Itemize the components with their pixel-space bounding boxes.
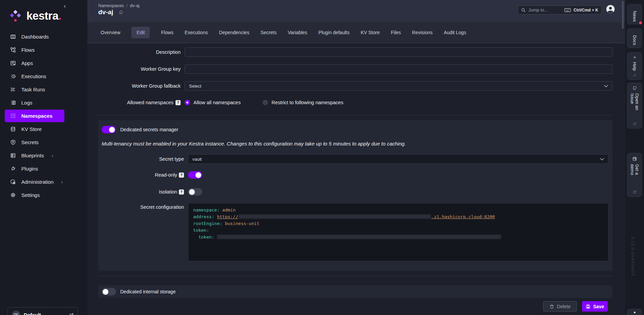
rail-item-label: Get a demo bbox=[630, 164, 639, 187]
divider bbox=[98, 115, 612, 115]
tab-plugin-defaults[interactable]: Plugin defaults bbox=[318, 30, 350, 35]
jump-to-search[interactable]: Jump to... Ctrl/Cmd + K bbox=[518, 5, 602, 15]
sidebar-item-task-runs[interactable]: Task Runs bbox=[5, 83, 64, 96]
rail-item-docs[interactable]: Docs bbox=[627, 28, 642, 48]
sidebar-item-flows[interactable]: Flows bbox=[5, 44, 64, 56]
tab-edit[interactable]: Edit bbox=[131, 27, 150, 38]
worker-group-key-input[interactable] bbox=[185, 64, 612, 74]
tab-files[interactable]: Files bbox=[391, 30, 401, 35]
help-badge[interactable]: ? bbox=[179, 189, 184, 195]
sidebar-item-logs[interactable]: Logs bbox=[5, 96, 64, 109]
rail-item-open-an-issue[interactable]: Open an Issue bbox=[627, 83, 642, 129]
external-link-icon bbox=[633, 122, 637, 126]
sidebar-item-namespaces[interactable]: Namespaces bbox=[5, 110, 64, 122]
tab-kv-store[interactable]: KV Store bbox=[361, 30, 380, 35]
scrollbar-thumb[interactable] bbox=[622, 1, 624, 29]
secrets-manager-panel: Dedicated secrets manager Multi-tenancy … bbox=[98, 120, 612, 271]
collapse-sidebar-icon[interactable]: ‹ bbox=[64, 3, 66, 9]
worker-group-fallback-select[interactable]: Select bbox=[185, 81, 612, 91]
tab-variables[interactable]: Variables bbox=[288, 30, 307, 35]
namespace-tabs: Overview Edit Flows Executions Dependenc… bbox=[87, 22, 625, 43]
sidebar: ‹ kestra. Dashboards Flows Apps bbox=[0, 0, 87, 315]
secret-type-row: Secret type vault bbox=[102, 154, 608, 164]
tab-secrets[interactable]: Secrets bbox=[261, 30, 276, 35]
notification-dot bbox=[638, 21, 643, 25]
trash-icon bbox=[549, 304, 554, 309]
delete-button[interactable]: Delete bbox=[543, 301, 577, 312]
tab-audit-logs[interactable]: Audit Logs bbox=[444, 30, 466, 35]
read-only-label: Read-only bbox=[155, 172, 177, 178]
read-only-toggle[interactable] bbox=[188, 171, 202, 179]
topbar: Namespaces / dv-aj dv-aj ☆ Jump to... Ct… bbox=[87, 0, 625, 43]
radio-allow-all-label[interactable]: Allow all namespaces bbox=[193, 100, 241, 105]
slack-icon bbox=[632, 56, 637, 59]
sidebar-item-label: Logs bbox=[21, 100, 33, 106]
tab-overview[interactable]: Overview bbox=[101, 30, 120, 35]
help-badge[interactable]: ? bbox=[179, 173, 184, 178]
radio-allow-all-namespaces[interactable] bbox=[185, 100, 190, 105]
save-icon bbox=[586, 304, 590, 309]
secret-type-select[interactable]: vault bbox=[188, 154, 608, 164]
internal-storage-toggle[interactable] bbox=[102, 288, 116, 295]
worker-group-fallback-row: Worker Group fallback Select bbox=[87, 81, 612, 91]
apps-icon bbox=[10, 60, 16, 66]
rail-item-news[interactable]: News bbox=[627, 4, 642, 24]
secret-type-label: Secret type bbox=[102, 156, 184, 162]
secret-configuration-editor[interactable]: namespace: admin address: https://.z1.ha… bbox=[188, 203, 608, 261]
rail-item-get-a-demo[interactable]: Get a demo bbox=[627, 153, 642, 197]
help-badge[interactable]: ? bbox=[175, 100, 181, 105]
tenant-avatar: DE bbox=[12, 311, 20, 315]
tab-revisions[interactable]: Revisions bbox=[412, 30, 433, 35]
user-avatar-icon[interactable] bbox=[606, 4, 615, 14]
sidebar-item-label: Apps bbox=[21, 60, 33, 66]
search-placeholder: Jump to... bbox=[528, 7, 562, 13]
sidebar-item-secrets[interactable]: Secrets bbox=[5, 136, 64, 149]
save-button[interactable]: Save bbox=[582, 301, 608, 312]
read-only-row: Read-only ? bbox=[102, 171, 608, 179]
sidebar-item-settings[interactable]: Settings bbox=[5, 189, 64, 201]
blueprints-icon bbox=[10, 153, 16, 158]
search-shortcut: Ctrl/Cmd + K bbox=[574, 8, 598, 13]
breadcrumb[interactable]: Namespaces / dv-aj bbox=[98, 3, 140, 8]
radio-restrict-label[interactable]: Restrict to following namespaces bbox=[271, 100, 343, 105]
internal-storage-toggle-label: Dedicated internal storage bbox=[120, 289, 175, 294]
multi-tenancy-notice: Multi-tenancy must be enabled in your Ke… bbox=[102, 141, 406, 147]
sidebar-item-blueprints[interactable]: Blueprints › bbox=[5, 149, 64, 162]
app-window: ‹ kestra. Dashboards Flows Apps bbox=[0, 0, 644, 315]
sidebar-item-label: Settings bbox=[21, 192, 40, 198]
kv-store-icon bbox=[10, 126, 16, 132]
tenant-switcher[interactable]: DE Default ⇄ bbox=[7, 307, 78, 315]
tab-dependencies[interactable]: Dependencies bbox=[219, 30, 250, 35]
external-link-icon bbox=[633, 190, 637, 194]
rail-item-label: News bbox=[632, 11, 637, 22]
tab-executions[interactable]: Executions bbox=[185, 30, 208, 35]
isolation-toggle[interactable] bbox=[188, 188, 202, 196]
sidebar-item-label: Administration bbox=[21, 179, 54, 185]
internal-storage-panel: Dedicated internal storage bbox=[98, 285, 612, 298]
breadcrumb-root[interactable]: Namespaces bbox=[98, 3, 124, 8]
sidebar-item-kv-store[interactable]: KV Store bbox=[5, 123, 64, 135]
sidebar-item-executions[interactable]: Executions bbox=[5, 70, 64, 83]
worker-group-fallback-label: Worker Group fallback bbox=[87, 83, 181, 89]
secrets-icon bbox=[10, 139, 16, 145]
secrets-manager-toggle-label: Dedicated secrets manager bbox=[120, 127, 178, 132]
sidebar-item-label: Task Runs bbox=[21, 87, 45, 92]
github-icon bbox=[632, 86, 637, 90]
sidebar-item-dashboards[interactable]: Dashboards bbox=[5, 30, 64, 43]
sidebar-item-administration[interactable]: Administration › bbox=[5, 176, 64, 188]
external-link-icon bbox=[633, 74, 637, 77]
secrets-manager-toggle[interactable] bbox=[102, 126, 116, 133]
right-rail: News Docs Help Open an Issue Get a demo … bbox=[625, 0, 644, 315]
sidebar-item-plugins[interactable]: Plugins bbox=[5, 162, 64, 175]
description-input[interactable] bbox=[185, 47, 612, 57]
kestra-logo[interactable]: kestra. bbox=[9, 8, 61, 24]
tab-flows[interactable]: Flows bbox=[161, 30, 173, 35]
redacted-value bbox=[238, 214, 431, 219]
rail-item-label: Docs bbox=[632, 35, 637, 45]
rail-item-help[interactable]: Help bbox=[627, 52, 642, 80]
radio-restrict-namespaces[interactable] bbox=[263, 100, 268, 105]
sidebar-item-apps[interactable]: Apps bbox=[5, 57, 64, 69]
favorite-star-icon[interactable]: ☆ bbox=[118, 9, 123, 16]
rail-item-partial[interactable] bbox=[627, 309, 642, 315]
yaml-key: token: bbox=[193, 228, 209, 233]
